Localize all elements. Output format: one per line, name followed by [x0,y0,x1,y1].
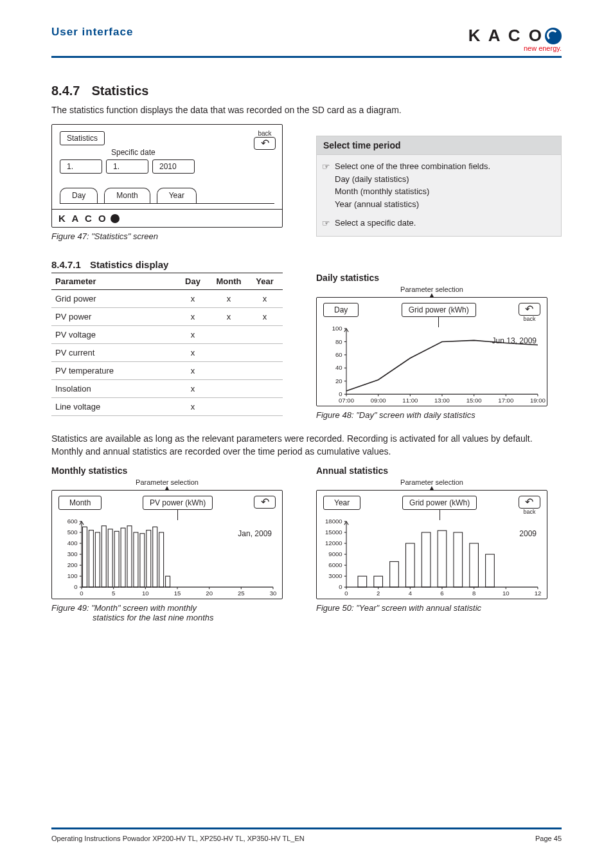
subsection-heading: 8.4.7.1Statistics display [51,259,562,270]
table-row: Grid powerxxx [51,290,283,308]
section-heading: 8.4.7Statistics [51,84,562,98]
svg-rect-67 [166,576,170,587]
svg-text:9000: 9000 [328,550,342,557]
svg-rect-98 [390,562,399,588]
section-title: Statistics [91,84,148,98]
footer-right: Page 45 [535,835,562,842]
hand-icon: ☞ [322,160,330,174]
fig48-device: Day Grid power (kWh) ↶back Jun 13, 2009 … [316,297,547,406]
svg-rect-65 [153,527,157,588]
mode-box[interactable]: Year [323,496,360,510]
tab-month[interactable]: Month [104,188,150,203]
back-button[interactable]: ↶ [254,496,276,509]
annual-stats-heading: Annual statistics [316,466,562,476]
svg-rect-63 [140,534,145,587]
fig48-caption: Figure 48: "Day" screen with daily stati… [316,410,562,420]
svg-rect-103 [470,543,479,587]
svg-rect-61 [127,526,132,587]
back-button[interactable]: ↶back [519,496,540,515]
date-year-field[interactable]: 2010 [152,159,195,174]
svg-rect-104 [486,554,495,587]
table-row: PV voltagex [51,326,283,344]
screen-title: Statistics [60,131,105,145]
section-intro: The statistics function displays the dat… [51,105,562,115]
fig47-caption: Figure 47: "Statistics" screen [51,231,297,241]
tab-year[interactable]: Year [157,188,197,203]
svg-rect-64 [147,530,151,588]
svg-text:15: 15 [174,590,181,597]
specific-date-label: Specific date [111,148,274,157]
hand-icon: ☞ [322,217,330,230]
date-month-field[interactable]: 1. [106,159,148,174]
th-year: Year [247,273,283,290]
svg-rect-62 [134,532,138,587]
svg-rect-56 [95,532,100,587]
fig50-device: Year Grid power (kWh) ↶back 2009 0300060… [316,490,547,599]
fig50-caption: Figure 50: "Year" screen with annual sta… [316,603,562,613]
svg-text:60: 60 [335,351,342,358]
return-icon: ↶ [519,303,540,316]
table-row: Insolationx [51,380,283,398]
infobox-line: Year (annual statistics) [335,199,419,209]
svg-rect-100 [422,532,431,587]
logo-swirl-icon [111,214,120,223]
monthly-stats-heading: Monthly statistics [51,466,297,476]
annual-chart: 0300060009000120001500018000024681012 [346,521,538,587]
mid-paragraph: Statistics are available as long as the … [51,433,562,458]
mode-box[interactable]: Day [323,303,359,317]
tab-day[interactable]: Day [60,188,98,203]
svg-text:100: 100 [67,573,78,580]
return-icon: ↶ [254,496,276,509]
th-month: Month [211,273,247,290]
svg-text:10: 10 [502,590,510,597]
svg-text:6000: 6000 [328,561,342,568]
svg-text:5: 5 [112,590,115,597]
page-header: User interface K A C O new energy. [51,0,562,58]
svg-text:600: 600 [67,518,78,525]
svg-rect-59 [114,532,119,588]
device-footer: K A C O [52,209,282,227]
svg-text:18000: 18000 [325,518,342,525]
svg-text:11:00: 11:00 [402,397,418,404]
parameter-table: Parameter Day Month Year Grid powerxxxPV… [51,273,283,416]
table-row: PV temperaturex [51,362,283,380]
return-icon: ↶ [519,496,540,509]
svg-text:2: 2 [377,590,380,597]
svg-text:15:00: 15:00 [466,397,482,404]
brand-logo: K A C O new energy. [468,26,562,52]
svg-text:09:00: 09:00 [371,397,386,404]
param-selection[interactable]: Grid power (kWh) [402,496,477,510]
svg-rect-101 [438,530,447,587]
svg-text:100: 100 [332,325,342,332]
table-row: Line voltagex [51,398,283,416]
select-time-period-box: Select time period ☞ Select one of the t… [316,136,562,237]
th-day: Day [175,273,211,290]
date-day-field[interactable]: 1. [60,159,102,174]
svg-text:20: 20 [206,590,213,597]
back-button[interactable]: ↶back [519,303,540,322]
infobox-title: Select time period [317,136,561,155]
svg-text:12: 12 [535,590,542,597]
infobox-line: Select a specific date. [335,218,416,228]
table-row: PV powerxxx [51,308,283,326]
param-selection[interactable]: Grid power (kWh) [402,303,476,317]
logo-swirl-icon [545,28,562,44]
param-selection[interactable]: PV power (kWh) [143,496,213,510]
svg-text:30: 30 [270,590,277,597]
svg-text:0: 0 [80,590,83,597]
back-button[interactable]: back ↶ [254,130,276,150]
svg-text:4: 4 [409,590,413,597]
svg-rect-60 [121,528,125,587]
daily-chart: 02040608010007:0009:0011:0013:0015:0017:… [346,329,538,394]
svg-text:20: 20 [335,377,342,384]
svg-rect-58 [108,529,112,587]
svg-rect-57 [102,526,106,587]
svg-text:6: 6 [440,590,443,597]
svg-text:80: 80 [335,338,342,345]
mode-box[interactable]: Month [58,496,102,510]
infobox-line: Month (monthly statistics) [335,186,429,196]
svg-text:13:00: 13:00 [434,397,450,404]
svg-rect-54 [82,527,87,588]
svg-rect-97 [374,576,383,587]
svg-text:19:00: 19:00 [530,397,546,404]
